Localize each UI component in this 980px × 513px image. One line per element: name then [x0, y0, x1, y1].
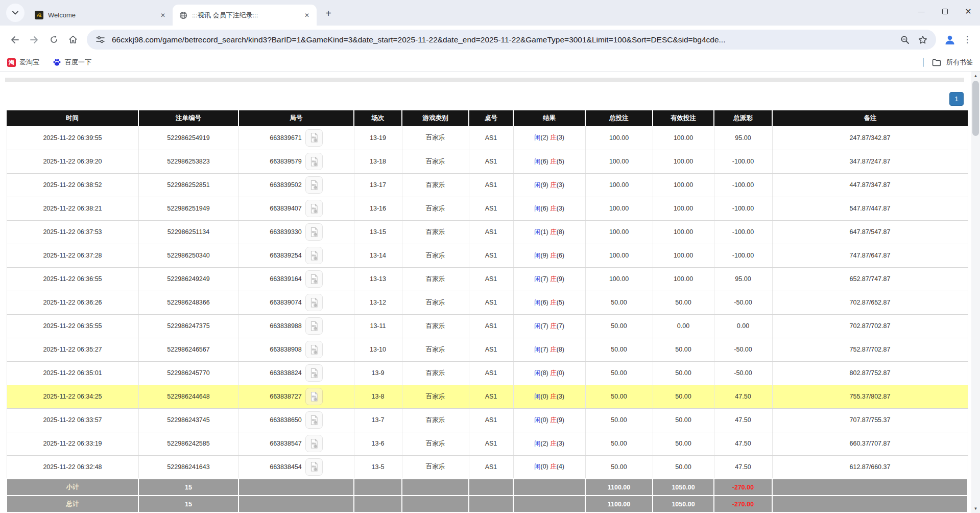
banker-score: (9): [557, 275, 564, 283]
result-cell: 闲(2) 庄(3): [513, 126, 585, 150]
total-bet-cell[interactable]: 50.00: [585, 291, 653, 314]
session-cell: 13-13: [354, 267, 402, 291]
video-replay-button[interactable]: [305, 411, 323, 429]
total-bet-cell[interactable]: 50.00: [585, 338, 653, 361]
total-bet-cell[interactable]: 100.00: [585, 126, 653, 150]
total-bet-cell[interactable]: 50.00: [585, 314, 653, 338]
bet-id-cell: 522986253823: [138, 150, 238, 173]
round-id: 663838824: [270, 369, 302, 377]
new-tab-button[interactable]: +: [321, 6, 336, 21]
home-button[interactable]: [63, 30, 83, 50]
note-cell: 707.87/755.37: [772, 408, 968, 432]
column-header-2: 局号: [238, 110, 354, 126]
banker-label: 庄: [550, 322, 557, 330]
round-id: 663838988: [270, 322, 302, 330]
total-bet-cell[interactable]: 100.00: [585, 220, 653, 244]
browser-menu-button[interactable]: ⋮: [960, 30, 975, 50]
valid-bet-cell: 50.00: [653, 291, 714, 314]
refresh-button[interactable]: [44, 30, 63, 50]
payout-cell: -100.00: [714, 173, 772, 197]
total-bet-cell[interactable]: 50.00: [585, 455, 653, 479]
table-row: 2025-11-22 06:34:25522986244648663838727…: [7, 385, 968, 408]
back-button[interactable]: [5, 30, 25, 50]
total-bet-cell[interactable]: 100.00: [585, 150, 653, 173]
close-tab-icon[interactable]: ✕: [158, 11, 168, 20]
video-replay-icon: [309, 227, 319, 238]
all-bookmarks[interactable]: 所有书签: [923, 58, 973, 67]
player-label: 闲: [534, 158, 541, 165]
forward-button[interactable]: [25, 30, 44, 50]
column-header-7: 总投注: [585, 110, 653, 126]
url-text[interactable]: 66cxkj98.com/game/betrecord_search/kind3…: [112, 35, 893, 44]
scroll-up-arrow-icon[interactable]: ▲: [971, 72, 980, 80]
bet-id-cell: 522986252851: [138, 173, 238, 197]
total-bet-cell[interactable]: 100.00: [585, 173, 653, 197]
game-type-cell: 百家乐: [402, 361, 469, 385]
valid-bet-cell: 100.00: [653, 150, 714, 173]
video-replay-button[interactable]: [305, 364, 323, 382]
video-replay-icon: [309, 461, 319, 472]
close-tab-icon[interactable]: ✕: [302, 11, 312, 20]
banker-score: (3): [557, 440, 564, 447]
total-bet-cell[interactable]: 100.00: [585, 267, 653, 291]
video-replay-button[interactable]: [305, 153, 323, 170]
close-window-button[interactable]: ✕: [957, 0, 980, 22]
profile-avatar[interactable]: [940, 30, 960, 50]
valid-bet-cell: 50.00: [653, 408, 714, 432]
banker-score: (8): [557, 228, 564, 236]
total-bet-cell[interactable]: 50.00: [585, 361, 653, 385]
video-replay-button[interactable]: [305, 270, 323, 288]
player-label: 闲: [534, 252, 541, 259]
total-bet-cell[interactable]: 50.00: [585, 432, 653, 455]
video-replay-button[interactable]: [305, 129, 323, 147]
video-replay-icon: [309, 368, 319, 379]
time-cell: 2025-11-22 06:36:55: [7, 267, 138, 291]
total-bet-cell[interactable]: 100.00: [585, 197, 653, 220]
table-no-cell: AS1: [469, 338, 513, 361]
tab-welcome[interactable]: Welcome ✕: [29, 5, 173, 26]
player-score: (6): [540, 205, 550, 212]
address-bar[interactable]: 66cxkj98.com/game/betrecord_search/kind3…: [87, 30, 936, 50]
tab-search-button[interactable]: [6, 4, 25, 22]
round-cell: 663839579: [238, 150, 354, 173]
bookmark-baidu[interactable]: 百度一下: [53, 58, 91, 67]
total-bet-cell[interactable]: 100.00: [585, 244, 653, 267]
video-replay-button[interactable]: [305, 176, 323, 194]
video-replay-button[interactable]: [305, 294, 323, 311]
video-replay-button[interactable]: [305, 247, 323, 264]
game-type-cell: 百家乐: [402, 220, 469, 244]
minimize-button[interactable]: —: [910, 0, 933, 22]
bet-id-cell: 522986249249: [138, 267, 238, 291]
result-cell: 闲(0) 庄(4): [513, 455, 585, 479]
bookmark-star-icon[interactable]: [917, 34, 929, 46]
video-replay-button[interactable]: [305, 200, 323, 217]
total-bet-cell[interactable]: 50.00: [585, 408, 653, 432]
video-replay-button[interactable]: [305, 341, 323, 358]
video-replay-button[interactable]: [305, 458, 323, 476]
bookmarks-bar: 淘 爱淘宝 百度一下 所有书签: [0, 54, 980, 72]
vertical-scrollbar[interactable]: ▲ ▼: [971, 72, 980, 513]
result-cell: 闲(7) 庄(8): [513, 338, 585, 361]
video-replay-icon: [309, 180, 319, 191]
video-replay-button[interactable]: [305, 317, 323, 335]
total-count: 15: [138, 496, 238, 512]
video-replay-button[interactable]: [305, 435, 323, 452]
subtotal-count: 15: [138, 479, 238, 496]
payout-cell: -100.00: [714, 244, 772, 267]
video-replay-button[interactable]: [305, 388, 323, 405]
table-row: 2025-11-22 06:38:52522986252851663839502…: [7, 173, 968, 197]
player-score: (7): [540, 346, 550, 353]
video-replay-icon: [309, 438, 319, 449]
scrollbar-thumb[interactable]: [972, 81, 979, 136]
zoom-icon[interactable]: [899, 34, 911, 46]
tab-bet-records[interactable]: :::视讯 会员下注纪录::: ✕: [173, 5, 317, 26]
subtotal-label: 小计: [7, 479, 138, 496]
maximize-button[interactable]: [933, 0, 957, 22]
page-1-button[interactable]: 1: [949, 92, 964, 106]
bookmark-taobao[interactable]: 淘 爱淘宝: [7, 58, 39, 67]
scroll-down-arrow-icon[interactable]: ▼: [971, 504, 980, 513]
site-settings-icon[interactable]: [94, 34, 106, 46]
total-bet-cell[interactable]: 50.00: [585, 385, 653, 408]
all-bookmarks-label: 所有书签: [946, 58, 973, 67]
video-replay-button[interactable]: [305, 223, 323, 241]
